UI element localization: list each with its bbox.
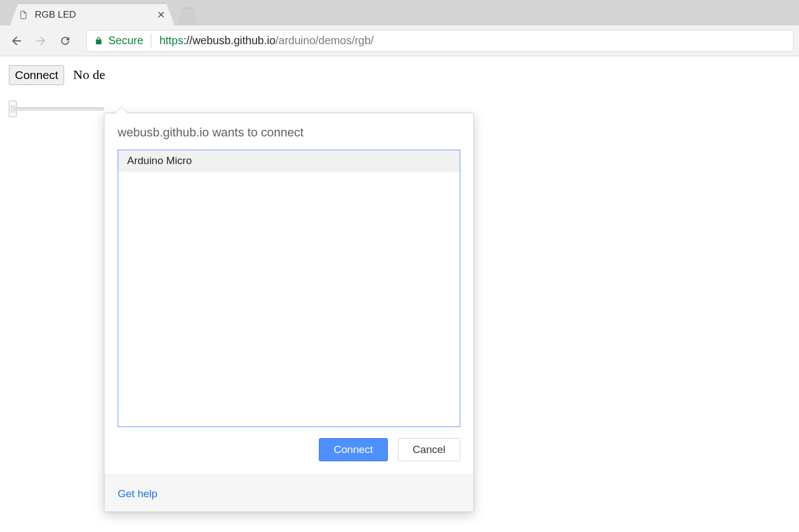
- popup-actions: Connect Cancel: [104, 438, 474, 475]
- address-bar[interactable]: Secure https://webusb.github.io/arduino/…: [86, 30, 793, 52]
- url-path: /arduino/demos/rgb/: [276, 34, 374, 46]
- page-connect-button[interactable]: Connect: [9, 65, 64, 85]
- back-button[interactable]: [6, 30, 28, 52]
- url-text: https://webusb.github.io/arduino/demos/r…: [159, 34, 374, 47]
- webusb-permission-popup: webusb.github.io wants to connect Arduin…: [104, 113, 474, 512]
- device-option[interactable]: Arduino Micro: [118, 150, 460, 172]
- popup-footer: Get help: [104, 475, 474, 512]
- lock-icon: [94, 36, 103, 46]
- url-host: ://webusb.github.io: [183, 34, 276, 46]
- slider-track[interactable]: [15, 107, 104, 110]
- browser-toolbar: Secure https://webusb.github.io/arduino/…: [0, 25, 799, 56]
- popup-connect-button[interactable]: Connect: [319, 438, 388, 461]
- url-scheme: https: [159, 34, 183, 46]
- active-tab[interactable]: RGB LED ✕: [10, 3, 175, 25]
- page-controls-row: Connect No de: [9, 65, 790, 85]
- device-status-text: No de: [73, 67, 105, 82]
- tab-title: RGB LED: [35, 9, 156, 20]
- page-content: Connect No de webusb.github.io wants to …: [0, 56, 799, 126]
- new-tab-button[interactable]: [178, 8, 198, 25]
- forward-button[interactable]: [30, 30, 52, 52]
- reload-button[interactable]: [54, 30, 76, 52]
- popup-prompt: webusb.github.io wants to connect: [104, 113, 474, 150]
- browser-tabstrip: RGB LED ✕: [0, 0, 799, 25]
- popup-cancel-button[interactable]: Cancel: [398, 438, 460, 461]
- device-listbox[interactable]: Arduino Micro: [118, 150, 460, 427]
- addr-divider: [151, 34, 151, 48]
- page-favicon-icon: [18, 10, 28, 20]
- get-help-link[interactable]: Get help: [118, 488, 157, 499]
- secure-label: Secure: [108, 34, 143, 47]
- tab-close-icon[interactable]: ✕: [156, 9, 166, 21]
